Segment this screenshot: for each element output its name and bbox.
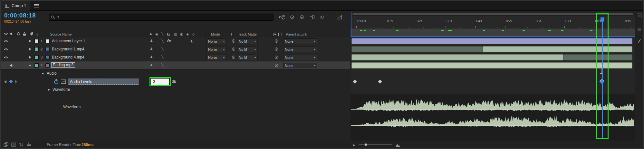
audio-group-row[interactable]: Audio (1, 69, 350, 78)
label-color-chip[interactable] (34, 47, 39, 51)
zoom-out-mountain-icon[interactable] (352, 143, 355, 146)
timeline-graph-area[interactable]: 0:00s01s02s03s04s05s06s07s08s09s (351, 11, 635, 141)
twirl-down-icon[interactable] (29, 65, 31, 67)
quality-toggle-icon[interactable]: ╲ (161, 39, 164, 43)
waveform-group-label[interactable]: Waveform (53, 87, 70, 92)
audio-speaker-icon[interactable] (10, 64, 14, 67)
shy-toggle-icon[interactable]: ♟ (150, 39, 153, 43)
column-number[interactable]: # (36, 32, 38, 36)
column-source-name[interactable]: Source Name (50, 32, 72, 36)
layer-duration-bar[interactable] (351, 38, 632, 44)
zoom-slider-handle[interactable] (364, 143, 367, 146)
frame-blending-icon[interactable] (310, 16, 314, 19)
twirl-right-icon[interactable] (29, 40, 31, 42)
frame-blend-column-icon[interactable]: ▥ (174, 32, 177, 36)
layer-duration-bar[interactable] (563, 54, 632, 60)
add-keyframe-diamond-icon[interactable] (9, 80, 13, 83)
parent-pickwhip-icon[interactable] (274, 47, 278, 51)
motion-blur-icon[interactable] (320, 15, 324, 19)
video-eye-icon[interactable] (4, 32, 8, 36)
column-parent-link[interactable]: Parent & Link (286, 32, 307, 36)
layer-row-1[interactable]: 1 Adjustment Layer 1 ♟ ╲ fx ◐ Norm No M … (1, 37, 350, 45)
shy-toggle-icon[interactable]: ♟ (150, 55, 153, 59)
layer-name[interactable]: Adjustment Layer 1 (52, 39, 85, 43)
video-eye-icon[interactable] (4, 56, 8, 59)
panel-menu-icon[interactable] (34, 5, 39, 6)
matte-pickwhip-icon[interactable] (232, 47, 235, 51)
toggle-modes-icon[interactable] (278, 33, 282, 36)
waveform-group-row[interactable]: Waveform (1, 86, 350, 94)
twirl-down-icon[interactable] (42, 73, 44, 75)
adjustment-toggle-icon[interactable]: ◐ (190, 39, 194, 43)
audio-levels-value-input[interactable]: 3 (151, 79, 169, 85)
pen-icon[interactable] (637, 38, 641, 43)
draft-3d-icon[interactable] (290, 15, 294, 19)
parent-pickwhip-icon[interactable] (274, 39, 278, 43)
label-color-chip[interactable] (34, 63, 39, 68)
lock-icon[interactable] (23, 32, 26, 36)
video-eye-icon[interactable] (4, 39, 8, 43)
layer-name[interactable]: Background 4.mp4 (52, 55, 84, 59)
layer-name-selected[interactable]: Ending.mp3 (51, 62, 75, 68)
column-mode[interactable]: Mode (211, 32, 220, 36)
stopwatch-icon[interactable] (54, 79, 59, 84)
property-graph-icon[interactable] (61, 80, 66, 84)
track-matte-dropdown[interactable]: No M (237, 55, 258, 60)
scroll-lines-icon[interactable] (637, 28, 641, 31)
quality-column-icon[interactable]: ╲ (161, 32, 164, 36)
composition-mini-flowchart-icon[interactable] (279, 15, 284, 19)
label-tag-icon[interactable] (30, 32, 34, 36)
toggle-switches-icon[interactable] (274, 33, 277, 36)
zoom-slider[interactable] (359, 144, 392, 145)
expand-layer-switches-icon[interactable] (4, 142, 9, 147)
3d-column-icon[interactable]: ◇ (192, 32, 195, 36)
fx-column-icon[interactable]: fx (167, 32, 170, 36)
label-color-chip[interactable] (34, 39, 39, 43)
keyframe[interactable] (378, 80, 382, 84)
panel-corner-icon[interactable] (637, 14, 641, 18)
expand-transfer-controls-icon[interactable] (11, 142, 16, 147)
keyframe-track[interactable] (351, 78, 635, 86)
layer-duration-bar[interactable] (483, 46, 632, 52)
track-matte-dropdown[interactable]: No M (237, 38, 258, 44)
quality-toggle-icon[interactable]: ╲ (161, 47, 164, 51)
layer-duration-bar[interactable] (351, 62, 632, 69)
adjustment-column-icon[interactable]: ◈ (186, 32, 189, 36)
zoom-in-mountain-icon[interactable] (395, 143, 400, 147)
audio-group-label[interactable]: Audio (47, 71, 57, 76)
collapse-column-icon[interactable]: ◉ (155, 32, 159, 36)
fx-toggle-icon[interactable]: fx (167, 39, 171, 43)
hide-shy-layers-icon[interactable] (300, 15, 304, 19)
parent-pickwhip-icon[interactable] (274, 55, 278, 59)
layer-row-2[interactable]: 2 Background 1.mp4 ♟ ╲ Norm No M None (1, 45, 350, 53)
parent-dropdown[interactable]: None (283, 55, 317, 60)
track-matte-dropdown[interactable]: No M (237, 47, 258, 52)
search-input[interactable] (49, 14, 274, 21)
next-keyframe-icon[interactable] (15, 80, 17, 83)
column-text[interactable]: T (230, 32, 233, 36)
mode-dropdown[interactable]: Norm (207, 55, 226, 60)
layer-row-4[interactable]: 4 Ending.mp3 ♟ ╲ None (1, 61, 350, 69)
audio-levels-row[interactable]: Audio Levels 3 dB (1, 78, 350, 86)
quality-toggle-icon[interactable]: ╲ (161, 55, 164, 59)
layer-duration-bar[interactable] (351, 54, 563, 60)
parent-pickwhip-icon[interactable] (274, 63, 278, 67)
column-track-matte[interactable]: Track Matte (238, 32, 257, 36)
keyframe[interactable] (353, 80, 357, 84)
motion-blur-column-icon[interactable]: ◐ (180, 32, 183, 36)
twirl-right-icon[interactable] (29, 48, 31, 50)
graph-editor-icon[interactable] (337, 15, 342, 19)
shy-column-icon[interactable]: ♟ (149, 32, 152, 36)
search-options-caret-icon[interactable] (57, 16, 59, 18)
layer-row-3[interactable]: 3 Background 4.mp4 ♟ ╲ Norm No M None (1, 53, 350, 61)
timeline-options-icon[interactable] (27, 142, 32, 146)
label-color-chip[interactable] (34, 55, 39, 59)
previous-keyframe-icon[interactable] (4, 80, 6, 83)
shy-toggle-icon[interactable]: ♟ (150, 63, 153, 67)
parent-dropdown[interactable]: None (283, 38, 317, 44)
parent-dropdown[interactable]: None (283, 47, 317, 52)
shy-toggle-icon[interactable]: ♟ (150, 47, 153, 51)
current-timecode[interactable]: 0:00:08:18 (4, 12, 36, 19)
matte-pickwhip-icon[interactable] (232, 39, 235, 43)
playhead-line[interactable] (602, 17, 603, 139)
